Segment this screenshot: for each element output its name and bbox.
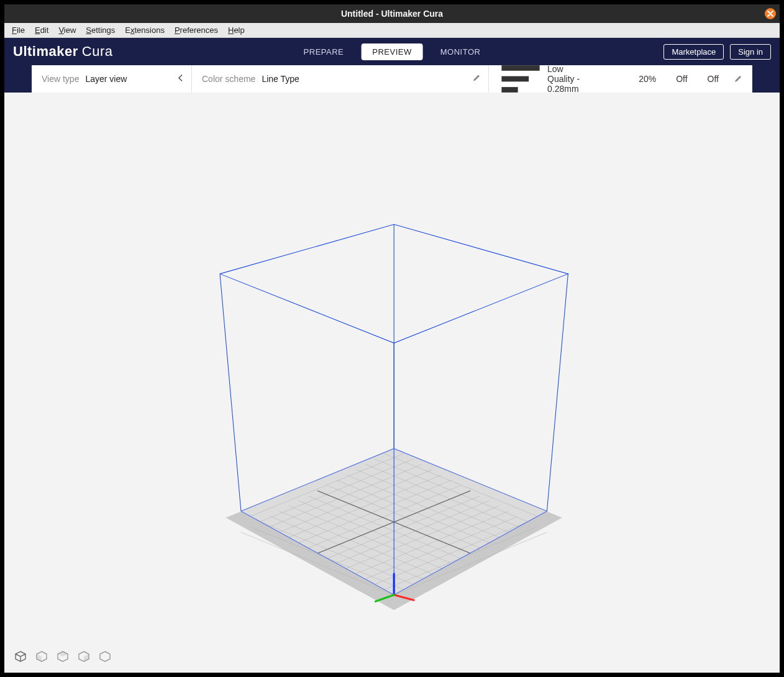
viewtype-value: Layer view [85,74,127,84]
strip-right-fill [752,65,780,93]
strip-left-fill [4,65,32,93]
menu-view[interactable]: View [53,24,81,36]
viewport-3d[interactable] [4,93,780,673]
print-settings-edit[interactable] [734,75,742,83]
menu-help[interactable]: Help [223,24,250,36]
infill-text: 20% [639,74,656,84]
svg-rect-2 [501,87,517,93]
svg-line-46 [547,274,568,511]
pencil-icon [734,75,742,83]
colorscheme-label: Color scheme [202,74,255,84]
view-left-icon[interactable] [78,650,90,663]
chevron-left-icon[interactable] [178,74,184,84]
profile-text: Low Quality - 0.28mm [547,64,588,94]
titlebar: Untitled - Ultimaker Cura [4,4,780,23]
view-3d-icon[interactable] [14,650,27,663]
svg-rect-0 [501,65,539,71]
build-volume-scene [4,93,780,673]
adhesion-text: Off [708,74,719,84]
menu-settings[interactable]: Settings [81,24,120,36]
adhesion-group: Off [703,74,719,84]
infill-group: 20% [634,74,656,84]
tab-prepare[interactable]: PREPARE [304,47,344,57]
menubar: File Edit View Settings Extensions Prefe… [4,23,780,38]
svg-line-45 [220,274,241,511]
view-right-icon[interactable] [99,650,111,663]
colorscheme-value: Line Type [262,74,299,84]
viewtype-label: View type [42,74,79,84]
tab-monitor[interactable]: MONITOR [440,47,481,57]
app-logo: UltimakerCura [13,43,112,60]
menu-extensions[interactable]: Extensions [120,24,170,36]
brand-header: UltimakerCura PREPARE PREVIEW MONITOR Ma… [4,38,780,65]
logo-bold: Ultimaker [13,43,78,59]
window-close-button[interactable] [765,8,776,19]
colorscheme-panel[interactable]: Color scheme Line Type [192,65,489,93]
print-settings-panel[interactable]: Low Quality - 0.28mm 20% Off [489,65,752,93]
window-title: Untitled - Ultimaker Cura [341,9,443,19]
logo-thin: Cura [82,43,113,59]
colorscheme-edit-icon[interactable] [472,74,481,84]
view-front-icon[interactable] [35,650,48,663]
menu-file[interactable]: File [7,24,30,36]
viewtype-panel[interactable]: View type Layer view [32,65,192,93]
view-top-icon[interactable] [57,650,69,663]
view-presets [14,650,111,663]
close-icon [767,11,773,17]
support-text: Off [676,74,687,84]
tab-preview[interactable]: PREVIEW [361,43,422,60]
support-group: Off [671,74,687,84]
menu-preferences[interactable]: Preferences [170,24,223,36]
menu-edit[interactable]: Edit [30,24,53,36]
stage-tabs: PREPARE PREVIEW MONITOR [304,43,481,60]
svg-rect-1 [501,76,529,82]
marketplace-button[interactable]: Marketplace [663,44,724,60]
pencil-icon [472,74,481,83]
signin-button[interactable]: Sign in [730,44,771,60]
settings-strip: View type Layer view Color scheme Line T… [4,65,780,93]
